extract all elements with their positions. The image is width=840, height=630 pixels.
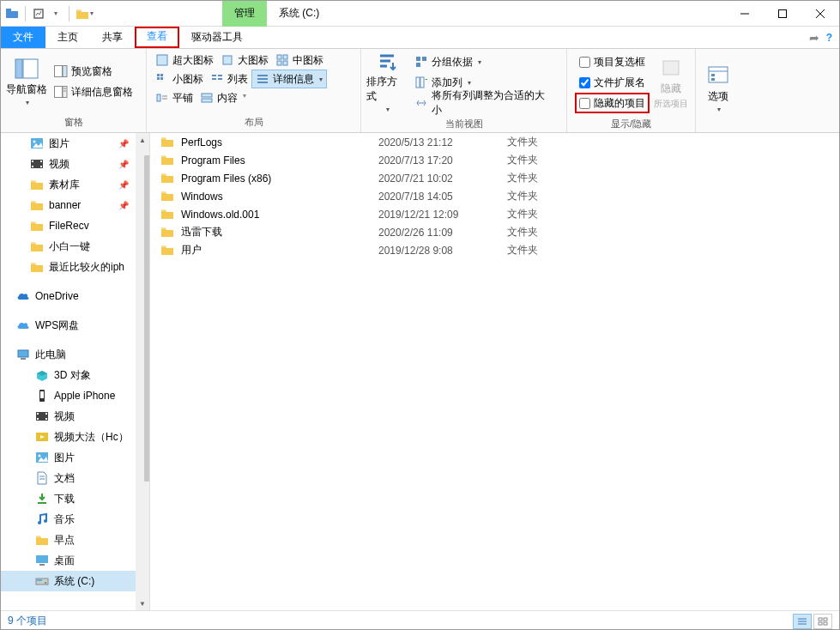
item-checkboxes-input[interactable] [579,57,590,68]
svg-rect-22 [160,74,163,76]
layout-details[interactable]: 详细信息▾ [251,70,327,88]
sidebar-item[interactable]: 视频 [1,406,149,427]
sidebar-scrollbar[interactable]: ▲ ▼ [136,133,149,610]
sidebar-item[interactable]: 小白一键 [1,236,149,257]
sidebar-item[interactable]: 下载 [1,488,149,509]
preview-pane-button[interactable]: 预览窗格 [51,62,136,81]
size-all-columns-button[interactable]: 将所有列调整为合适的大小 [411,94,558,112]
file-row[interactable]: Program Files (x86)2020/7/21 10:02文件夹 [150,169,839,187]
file-row[interactable]: Windows2020/7/18 14:05文件夹 [150,187,839,205]
file-row[interactable]: 用户2019/12/28 9:08文件夹 [150,241,839,259]
svg-point-79 [45,582,46,584]
file-row[interactable]: 迅雷下载2020/2/26 11:09文件夹 [150,223,839,241]
minimize-button[interactable] [726,2,764,26]
sort-by-button[interactable]: 排序方式 ▾ [366,53,408,112]
properties-icon[interactable] [31,6,46,21]
cloud-icon [16,318,30,332]
sidebar-item[interactable]: 桌面 [1,550,149,571]
hide-label: 隐藏 [661,82,681,96]
titlebar: ▾ ▾ 管理 系统 (C:) [1,1,839,27]
tab-share[interactable]: 共享 [90,27,135,48]
scroll-thumb[interactable] [144,155,150,482]
file-name: 用户 [181,243,378,257]
file-row[interactable]: Program Files2020/7/13 17:20文件夹 [150,151,839,169]
group-by-icon [414,55,428,69]
sidebar-item[interactable]: 图片📌 [1,133,149,154]
folder-icon [30,260,44,274]
layout-more-icon[interactable]: ▾ [241,88,248,107]
nav-pane-button[interactable]: 导航窗格 ▾ [6,52,47,111]
sidebar-item[interactable]: 图片 [1,447,149,468]
hidden-items-checkbox[interactable]: 隐藏的项目 [576,94,649,112]
details-pane-button[interactable]: 详细信息窗格 [51,82,136,101]
item-checkboxes-checkbox[interactable]: 项目复选框 [576,52,649,71]
layout-s-icons[interactable]: 小图标 [152,70,207,88]
sidebar-item[interactable]: Apple iPhone [1,385,149,406]
ribbon-group-current-view: 排序方式 ▾ 分组依据▾ +添加列▾ 将所有列调整为合适的大小 当前视图 [361,49,567,132]
file-row[interactable]: Windows.old.0012019/12/21 12:09文件夹 [150,205,839,223]
sidebar-this-pc[interactable]: 此电脑 [1,344,149,365]
sidebar-item[interactable]: 素材库📌 [1,174,149,195]
sidebar-item[interactable]: 视频大法（Hc） [1,427,149,447]
layout-l-icons[interactable]: 大图标 [217,51,272,70]
sidebar-item-label: 图片 [49,136,69,151]
cloud-icon [16,289,30,303]
file-date: 2020/7/18 14:05 [378,191,507,203]
options-button[interactable]: 选项 ▾ [701,59,735,118]
pin-icon[interactable]: ➦ [809,31,819,45]
layout-xl-icons[interactable]: 超大图标 [152,51,217,70]
scroll-up-icon[interactable]: ▲ [136,133,149,147]
svg-rect-42 [416,63,420,67]
hidden-items-input[interactable] [579,98,590,109]
file-name: Windows.old.001 [181,209,378,221]
svg-rect-63 [37,413,39,415]
layout-m-icons[interactable]: 中图标 [272,51,327,70]
folder-icon [30,239,44,253]
sidebar-wps[interactable]: WPS网盘 [1,315,149,336]
tab-view[interactable]: 查看 [135,27,179,48]
ribbon-group-panes-label: 窗格 [1,114,146,132]
sidebar-onedrive[interactable]: OneDrive [1,286,149,306]
sidebar-item[interactable]: 3D 对象 [1,365,149,385]
maximize-button[interactable] [764,2,801,26]
tab-file[interactable]: 文件 [1,27,45,48]
svg-point-69 [39,455,41,457]
sidebar-item[interactable]: 音乐 [1,509,149,530]
layout-tiles[interactable]: 平铺 [152,88,196,107]
scroll-down-icon[interactable]: ▼ [136,597,149,610]
svg-rect-9 [55,66,63,77]
file-type: 文件夹 [507,243,593,257]
sort-by-label: 排序方式 [366,75,408,104]
status-details-view-button[interactable] [793,614,812,629]
svg-rect-35 [202,94,212,97]
close-button[interactable] [801,2,839,26]
sidebar-item[interactable]: FileRecv [1,215,149,236]
svg-rect-61 [40,391,44,398]
sidebar-item-label: 视频大法（Hc） [54,430,129,445]
extensions-input[interactable] [579,77,590,88]
svg-rect-50 [711,78,715,81]
qat-dropdown-icon[interactable]: ▾ [48,6,63,21]
sidebar-item[interactable]: 早点 [1,530,149,550]
sidebar-item[interactable]: 最近比较火的iph [1,257,149,277]
download-icon [35,492,49,506]
status-icons-view-button[interactable] [813,614,832,629]
file-name: Windows [181,191,378,203]
file-row[interactable]: PerfLogs2020/5/13 21:12文件夹 [150,133,839,151]
nav-pane-label: 导航窗格 [6,82,47,97]
layout-list[interactable]: 列表 [207,70,251,88]
svg-rect-18 [283,55,287,59]
contextual-tab[interactable]: 管理 [222,1,267,27]
sidebar-item[interactable]: 系统 (C:) [1,571,149,591]
file-list[interactable]: PerfLogs2020/5/13 21:12文件夹Program Files2… [150,133,839,610]
tab-drive-tools[interactable]: 驱动器工具 [179,27,255,48]
sidebar-item[interactable]: 视频📌 [1,154,149,174]
sidebar-item[interactable]: banner📌 [1,195,149,215]
extensions-checkbox[interactable]: 文件扩展名 [576,73,649,92]
folder-qat-icon[interactable] [75,6,90,21]
help-icon[interactable]: ? [826,32,832,44]
tab-home[interactable]: 主页 [45,27,90,48]
sidebar-item[interactable]: 文档 [1,468,149,488]
layout-content[interactable]: 内容 [196,88,241,107]
group-by-button[interactable]: 分组依据▾ [411,52,558,71]
